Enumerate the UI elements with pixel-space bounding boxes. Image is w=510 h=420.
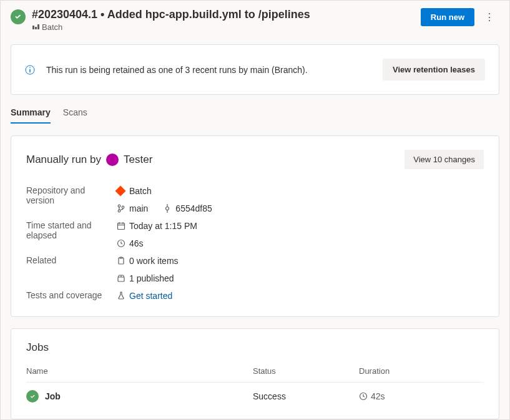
breadcrumb[interactable]: Batch [32, 22, 421, 32]
tab-summary[interactable]: Summary [11, 102, 51, 124]
svg-point-8 [122, 206, 124, 208]
jobs-table: Name Status Duration Job Success 42s [26, 366, 484, 404]
retention-message: This run is being retained as one of 3 r… [46, 65, 383, 75]
col-status: Status [253, 366, 359, 376]
job-status: Success [253, 391, 359, 401]
label-tests: Tests and coverage [26, 289, 110, 303]
svg-rect-19 [118, 277, 124, 281]
repo-link[interactable]: Batch [117, 184, 484, 198]
col-name: Name [26, 366, 253, 376]
clipboard-icon [117, 256, 125, 265]
more-actions-button[interactable]: ⋮ [479, 9, 499, 26]
branch-icon [117, 204, 125, 213]
svg-rect-12 [118, 223, 125, 230]
success-status-icon [26, 390, 39, 403]
view-changes-button[interactable]: View 10 changes [405, 150, 484, 169]
svg-point-5 [29, 67, 31, 68]
label-time: Time started and elapsed [26, 219, 110, 250]
info-icon [25, 65, 35, 75]
get-started-link[interactable]: Get started [129, 291, 172, 301]
time-elapsed: 46s [129, 238, 144, 248]
tab-scans[interactable]: Scans [63, 102, 87, 124]
col-duration: Duration [359, 366, 484, 376]
label-related: Related [26, 254, 110, 285]
breadcrumb-label: Batch [42, 22, 62, 32]
job-duration: 42s [371, 391, 385, 401]
repo-name: Batch [129, 186, 152, 196]
branch-name[interactable]: main [129, 203, 148, 213]
page-title: #20230404.1 • Added hpc-app.build.yml to… [32, 8, 421, 21]
header-actions: Run new ⋮ [421, 8, 499, 26]
avatar [106, 154, 119, 166]
artifact-icon [117, 274, 125, 283]
run-by-user: Tester [124, 154, 152, 166]
clock-icon [359, 392, 368, 401]
published[interactable]: 1 published [129, 273, 174, 283]
title-block: #20230404.1 • Added hpc-app.build.yml to… [32, 8, 421, 32]
view-retention-button[interactable]: View retention leases [383, 59, 485, 81]
svg-point-6 [118, 205, 120, 207]
svg-rect-0 [32, 26, 34, 29]
repo-icon [115, 186, 126, 197]
calendar-icon [117, 222, 125, 230]
run-by: Manually run by Tester [26, 154, 152, 166]
success-status-icon [11, 9, 26, 24]
tabs: Summary Scans [1, 102, 509, 124]
svg-rect-1 [35, 27, 37, 29]
job-name: Job [45, 391, 61, 401]
page-header: #20230404.1 • Added hpc-app.build.yml to… [1, 1, 509, 37]
run-new-button[interactable]: Run new [421, 8, 474, 26]
svg-point-9 [166, 207, 169, 210]
commit-hash[interactable]: 6554df85 [175, 203, 212, 213]
work-items[interactable]: 0 work items [129, 256, 179, 266]
label-repo-version: Repository and version [26, 184, 110, 215]
jobs-title: Jobs [26, 341, 484, 354]
summary-card: Manually run by Tester View 10 changes R… [11, 135, 499, 317]
clock-icon [117, 239, 125, 248]
svg-point-7 [118, 210, 120, 212]
run-by-prefix: Manually run by [26, 154, 101, 166]
pipeline-icon [32, 24, 39, 31]
retention-banner: This run is being retained as one of 3 r… [11, 44, 499, 95]
jobs-card: Jobs Name Status Duration Job Success 42… [11, 328, 499, 419]
commit-icon [163, 204, 172, 213]
svg-rect-2 [37, 24, 39, 29]
jobs-header: Name Status Duration [26, 366, 484, 383]
summary-head: Manually run by Tester View 10 changes [26, 150, 484, 169]
time-started: Today at 1:15 PM [129, 221, 197, 231]
flask-icon [117, 291, 125, 300]
details-grid: Repository and version Batch main 6554df… [26, 184, 484, 303]
table-row[interactable]: Job Success 42s [26, 383, 484, 404]
